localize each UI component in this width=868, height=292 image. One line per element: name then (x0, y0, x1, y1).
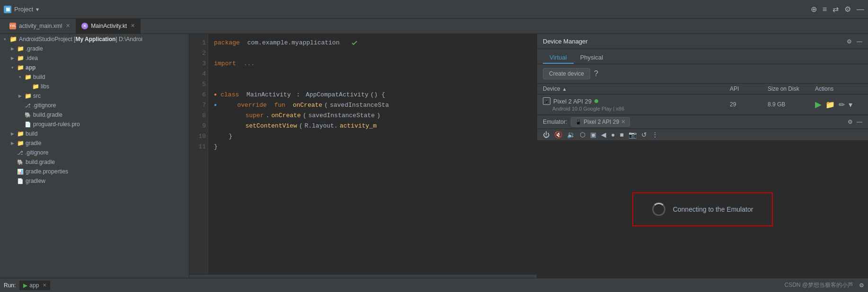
code-line-1: package com.example.myapplication (214, 38, 531, 48)
device-name-row: 📱 Pixel 2 API 29 (543, 97, 730, 105)
refresh-icon[interactable]: ↺ (641, 131, 647, 138)
folder-icon: 📁 (17, 140, 24, 146)
back-icon[interactable]: ◀ (601, 131, 606, 138)
file-icon: 📄 (17, 178, 24, 184)
sidebar-item-label: .idea (26, 55, 38, 61)
emulator-label: Emulator: (543, 119, 567, 125)
settings-icon[interactable]: ⚙ (844, 5, 851, 14)
run-tab-close[interactable]: ✕ (43, 283, 46, 288)
device-actions: ▶ 📁 ✏ ▾ (815, 99, 862, 110)
screen-icon[interactable]: ▣ (590, 131, 596, 138)
device-size: 8.9 GB (768, 101, 815, 108)
kt-file-icon: K (81, 23, 88, 29)
list-icon[interactable]: ≡ (823, 5, 827, 14)
size-column-header: Size on Disk (768, 86, 815, 92)
code-line-2 (214, 48, 531, 59)
run-app-tab[interactable]: ▶ app ✕ (19, 281, 50, 290)
sidebar-item-root[interactable]: ▾ 📁 AndroidStudioProject [My Application… (0, 34, 189, 44)
more-actions-icon[interactable]: ▾ (849, 100, 852, 109)
device-table-header: Device ▲ API Size on Disk Actions (537, 84, 868, 94)
emulator-collapse-icon[interactable]: — (857, 119, 862, 125)
emulator-tab[interactable]: 📱 Pixel 2 API 29 ✕ (571, 117, 630, 127)
emulator-tab-close-icon[interactable]: ✕ (621, 119, 626, 125)
chevron-down-icon: ▾ (2, 37, 8, 42)
project-sidebar: ▾ 📁 AndroidStudioProject [My Application… (0, 34, 189, 278)
power-icon[interactable]: ⏻ (543, 131, 549, 138)
screenshot-icon[interactable]: 📷 (629, 131, 637, 138)
emulator-screen: Connecting to the Emulator (537, 141, 868, 278)
sidebar-item-build-gradle-root[interactable]: 🐘 build.gradle (0, 157, 189, 167)
sort-arrow-icon: ▲ (562, 86, 567, 92)
folder-device-icon[interactable]: 📁 (825, 100, 835, 109)
sidebar-item-gradle[interactable]: ▶ 📁 gradle (0, 138, 189, 148)
keyword: import (214, 59, 236, 69)
keyword: super (245, 111, 264, 121)
help-icon[interactable]: ? (594, 69, 598, 78)
device-running-indicator (594, 99, 598, 103)
volume-off-icon[interactable]: 🔇 (554, 131, 562, 138)
sidebar-item-src[interactable]: ▶ 📁 src (0, 91, 189, 101)
stop-icon[interactable]: ■ (620, 131, 623, 138)
run-tab-icon: ▶ (23, 282, 27, 289)
project-icon: 📁 (9, 35, 17, 43)
device-table-row: 📱 Pixel 2 API 29 Android 10.0 Google Pla… (537, 94, 868, 115)
tab-close-xml[interactable]: ✕ (66, 23, 70, 29)
sidebar-item-gitignore-root[interactable]: ⎇ .gitignore (0, 148, 189, 157)
gradle-file-icon: 🐘 (25, 112, 31, 118)
sync-icon[interactable]: ⇄ (833, 5, 839, 14)
function-name: setContentView (245, 121, 297, 131)
gradle-file-icon: 🐘 (17, 159, 24, 165)
sidebar-item-gradlew[interactable]: 📄 gradlew (0, 176, 189, 186)
volume-down-icon[interactable]: 🔉 (567, 131, 575, 138)
launch-device-icon[interactable]: ▶ (815, 99, 822, 110)
sidebar-item-label: gradle (26, 140, 41, 146)
sidebar-item-label: app (26, 64, 35, 71)
loading-spinner (652, 203, 665, 216)
sidebar-item-gradle-hidden[interactable]: ▶ 📁 .gradle (0, 44, 189, 53)
device-column-header[interactable]: Device ▲ (543, 86, 730, 92)
chevron-right-icon: ▶ (9, 141, 15, 146)
add-icon[interactable]: ⊕ (811, 5, 817, 14)
create-device-button[interactable]: Create device (543, 68, 590, 79)
code-line-10: } (214, 131, 531, 142)
tab-physical[interactable]: Physical (574, 52, 610, 64)
tab-close-kt[interactable]: ✕ (131, 23, 135, 29)
actions-column-header: Actions (815, 86, 862, 92)
tab-mainactivity-kt[interactable]: K MainActivity.kt ✕ (76, 19, 141, 34)
sidebar-item-label: .gitignore (25, 149, 48, 156)
code-area[interactable]: package com.example.myapplication import… (208, 34, 537, 274)
sidebar-item-build-gradle-app[interactable]: 🐘 build.gradle (0, 110, 189, 120)
sidebar-item-idea[interactable]: ▶ 📁 .idea (0, 53, 189, 63)
bottom-settings-icon[interactable]: ⚙ (859, 282, 864, 289)
sidebar-item-gradle-properties[interactable]: 📊 gradle.properties (0, 167, 189, 176)
tab-virtual[interactable]: Virtual (543, 52, 574, 64)
minimize-icon[interactable]: — (857, 5, 864, 14)
sidebar-item-build-app[interactable]: ▾ 📁 build (0, 72, 189, 82)
chevron-right-icon: ▶ (9, 56, 15, 60)
emulator-settings-icon[interactable]: ⚙ (848, 119, 853, 125)
sidebar-item-app[interactable]: ▾ 📁 app (0, 63, 189, 72)
more-icon[interactable]: ⋮ (652, 131, 658, 138)
chevron-right-icon: ▶ (17, 94, 23, 98)
rotate-icon[interactable]: ⬡ (580, 131, 585, 138)
device-manager-toolbar: Create device ? (537, 64, 868, 84)
sidebar-item-proguard[interactable]: 📄 proguard-rules.pro (0, 120, 189, 129)
project-dropdown[interactable]: ▾ (36, 6, 39, 13)
project-label: Project (14, 6, 33, 13)
sidebar-item-gitignore-app[interactable]: ⎇ .gitignore (0, 101, 189, 110)
run-tab-label: app (29, 282, 39, 289)
panel-close-icon[interactable]: — (857, 38, 862, 45)
edit-device-icon[interactable]: ✏ (839, 100, 845, 109)
sidebar-item-build-root[interactable]: ▶ 📁 build (0, 129, 189, 138)
panel-settings-icon[interactable]: ⚙ (847, 38, 852, 45)
horizontal-scrollbar[interactable] (189, 274, 537, 278)
git-file-icon: ⎇ (17, 150, 23, 156)
home-icon[interactable]: ● (611, 131, 615, 138)
class-name: MainActivity (247, 90, 291, 100)
folder-orange-icon: 📁 (17, 130, 24, 137)
sidebar-item-libs[interactable]: 📁 libs (0, 82, 189, 91)
tab-activity-main-xml[interactable]: XML activity_main.xml ✕ (4, 19, 76, 34)
layout-ref: activity_m (340, 121, 377, 131)
bottom-right: CSDN @梦想当极客的小芦 ⚙ (784, 281, 864, 289)
line-numbers: 12345 67891011 (189, 34, 208, 274)
